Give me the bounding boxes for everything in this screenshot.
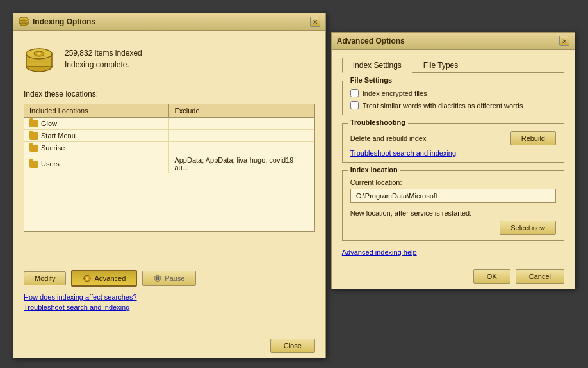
advanced-content: Index Settings File Types File Settings …	[332, 50, 575, 264]
location-cell: Glow	[24, 118, 169, 129]
location-cell: Start Menu	[24, 130, 169, 141]
select-new-row: Select new	[350, 221, 556, 235]
exclude-cell: AppData; AppData; liva-hugo; covid19-au.…	[169, 154, 314, 173]
location-cell: Users	[24, 154, 169, 173]
svg-point-8	[37, 53, 41, 55]
pause-icon	[153, 274, 162, 283]
diacritics-label: Treat similar words with diacritics as d…	[363, 102, 523, 109]
table-row[interactable]: Start Menu	[24, 130, 314, 142]
advanced-title-bar: Advanced Options ✕	[332, 33, 575, 50]
location-cell: Sunrise	[24, 142, 169, 154]
tab-index-settings[interactable]: Index Settings	[342, 58, 412, 73]
location-name: Start Menu	[41, 132, 76, 140]
indexing-title-bar: Indexing Options ✕	[13, 13, 325, 31]
diacritics-checkbox[interactable]	[350, 101, 359, 109]
select-new-button[interactable]: Select new	[500, 221, 556, 235]
folder-icon	[29, 161, 38, 168]
svg-rect-19	[158, 277, 159, 280]
advanced-icon	[83, 274, 92, 283]
rebuild-label: Delete and rebuild index	[350, 134, 427, 142]
table-row[interactable]: Sunrise	[24, 142, 314, 154]
index-location-group: Index location Current location: C:\Prog…	[342, 170, 564, 241]
current-location-label: Current location:	[350, 179, 556, 186]
troubleshoot-link[interactable]: Troubleshoot search and indexing	[24, 303, 315, 311]
advanced-indexing-help-link[interactable]: Advanced indexing help	[342, 248, 564, 256]
svg-point-12	[86, 277, 88, 280]
how-does-link[interactable]: How does indexing affect searches?	[24, 293, 315, 301]
col2-header: Exclude	[169, 104, 314, 117]
svg-point-17	[154, 275, 161, 282]
location-name: Users	[41, 160, 60, 168]
file-settings-group: File Settings Index encrypted files Trea…	[342, 81, 564, 115]
bottom-buttons: Modify Advanced Pause	[24, 270, 315, 287]
tab-file-types[interactable]: File Types	[412, 58, 469, 73]
col1-header: Included Locations	[24, 104, 169, 117]
folder-icon	[29, 145, 38, 152]
indexing-footer: Close	[13, 333, 325, 358]
indexing-options-window: Indexing Options ✕ 259,832 items indexed…	[13, 13, 326, 358]
indexing-close-icon[interactable]: ✕	[310, 17, 320, 27]
checkbox-encrypted: Index encrypted files	[350, 89, 556, 97]
location-name: Sunrise	[41, 144, 65, 152]
ok-button[interactable]: OK	[473, 269, 510, 284]
folder-icon	[29, 132, 38, 140]
location-name: Glow	[41, 120, 57, 127]
advanced-title: Advanced Options	[337, 36, 405, 45]
troubleshooting-group: Troubleshooting Delete and rebuild index…	[342, 123, 564, 163]
exclude-cell	[169, 130, 314, 141]
troubleshooting-title: Troubleshooting	[348, 118, 408, 126]
exclude-cell	[169, 118, 314, 129]
title-bar-left: Indexing Options	[19, 17, 95, 27]
checkbox-diacritics: Treat similar words with diacritics as d…	[350, 101, 556, 109]
advanced-footer: OK Cancel	[332, 264, 575, 289]
indexing-message: Indexing complete.	[65, 60, 142, 69]
new-location-label: New location, after service is restarted…	[350, 209, 556, 217]
app-icon	[19, 17, 29, 27]
encrypted-label: Index encrypted files	[363, 90, 427, 97]
current-location-value: C:\ProgramData\Microsoft	[350, 189, 556, 203]
svg-rect-18	[156, 277, 158, 280]
folder-icon	[29, 120, 38, 127]
pause-button[interactable]: Pause	[142, 271, 195, 286]
items-count: 259,832 items indexed	[65, 49, 142, 58]
troubleshoot-adv-link[interactable]: Troubleshoot search and indexing	[350, 149, 556, 157]
close-button[interactable]: Close	[270, 339, 315, 353]
locations-label: Index these locations:	[24, 90, 315, 99]
table-row[interactable]: Users AppData; AppData; liva-hugo; covid…	[24, 154, 314, 173]
rebuild-row: Delete and rebuild index Rebuild	[350, 131, 556, 145]
status-section: 259,832 items indexed Indexing complete.	[24, 38, 315, 79]
advanced-close-icon[interactable]: ✕	[559, 36, 569, 46]
disk-svg	[24, 44, 54, 74]
tabs-bar: Index Settings File Types	[342, 58, 564, 73]
adv-title-left: Advanced Options	[337, 36, 405, 45]
locations-table: Included Locations Exclude Glow Start Me…	[24, 104, 315, 232]
file-settings-title: File Settings	[348, 76, 395, 84]
cancel-button[interactable]: Cancel	[516, 269, 564, 284]
indexing-title: Indexing Options	[33, 17, 95, 26]
encrypted-checkbox[interactable]	[350, 89, 359, 97]
status-text: 259,832 items indexed Indexing complete.	[65, 49, 142, 69]
svg-point-3	[22, 19, 26, 20]
advanced-button[interactable]: Advanced	[71, 270, 137, 287]
disk-icon	[24, 44, 54, 74]
modify-button[interactable]: Modify	[24, 271, 66, 285]
exclude-cell	[169, 142, 314, 154]
index-location-title: Index location	[348, 166, 400, 173]
table-header: Included Locations Exclude	[24, 104, 314, 118]
table-row[interactable]: Glow	[24, 118, 314, 130]
advanced-options-window: Advanced Options ✕ Index Settings File T…	[331, 32, 575, 289]
rebuild-button[interactable]: Rebuild	[510, 131, 556, 145]
indexing-content: 259,832 items indexed Indexing complete.…	[13, 31, 325, 333]
